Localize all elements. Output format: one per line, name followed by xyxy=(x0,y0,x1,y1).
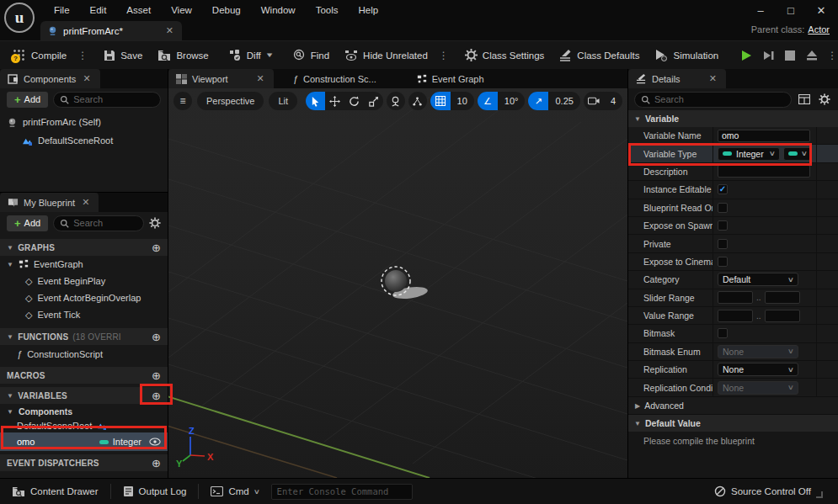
rotate-tool-button[interactable] xyxy=(344,92,364,110)
advanced-expander[interactable]: ▶ Advanced xyxy=(628,397,838,415)
replication-condition-dropdown[interactable]: None ∨ xyxy=(718,381,798,395)
select-tool-button[interactable] xyxy=(306,92,325,110)
bitmask-enum-dropdown[interactable]: None ∨ xyxy=(718,345,798,358)
details-search[interactable] xyxy=(634,92,792,108)
unreal-logo-icon[interactable]: u xyxy=(4,3,35,33)
slider-range-max-field[interactable] xyxy=(765,291,800,304)
asset-tab-printfromarc[interactable]: printFromArc* ✕ xyxy=(40,21,182,40)
find-button[interactable]: Find xyxy=(286,44,337,67)
rotation-snap-control[interactable]: ∠ 10° xyxy=(478,92,526,110)
menu-asset[interactable]: Asset xyxy=(116,0,161,21)
tab-my-blueprint[interactable]: My Blueprint ✕ xyxy=(0,193,99,212)
tab-components[interactable]: Components ✕ xyxy=(0,69,100,88)
close-icon[interactable]: ✕ xyxy=(80,197,91,208)
play-button[interactable] xyxy=(736,45,756,66)
private-checkbox[interactable]: ✓ xyxy=(718,239,728,249)
tab-details[interactable]: Details ✕ xyxy=(628,69,726,88)
scale-snap-control[interactable]: ↗ 0.25 xyxy=(528,92,579,110)
save-button[interactable]: Save xyxy=(96,44,150,67)
description-field[interactable] xyxy=(718,165,810,178)
construction-script-row[interactable]: ƒ ConstructionScript xyxy=(0,345,168,363)
scale-tool-button[interactable] xyxy=(364,92,383,110)
tab-construction-script[interactable]: ƒ Construction Sc... xyxy=(286,69,384,88)
view-mode-selector[interactable]: Lit xyxy=(269,92,297,110)
eventgraph-row[interactable]: ▼ EventGraph xyxy=(0,256,168,273)
compile-button[interactable]: ? Compile xyxy=(5,44,74,67)
add-component-button[interactable]: +Add xyxy=(7,92,48,108)
resize-grip[interactable] xyxy=(816,491,823,498)
menu-view[interactable]: View xyxy=(161,0,202,21)
my-blueprint-search-input[interactable] xyxy=(73,218,137,228)
event-row[interactable]: ◇ Event ActorBeginOverlap xyxy=(0,289,168,306)
menu-tools[interactable]: Tools xyxy=(306,0,349,21)
hide-unrelated-button[interactable]: Hide Unrelated xyxy=(337,44,435,67)
category-dropdown[interactable]: Default ∨ xyxy=(718,273,798,286)
close-icon[interactable]: ✕ xyxy=(707,73,718,84)
expose-to-cinematics-checkbox[interactable]: ✓ xyxy=(718,257,728,267)
compile-options-icon[interactable]: ⋮ xyxy=(74,50,91,61)
section-variable[interactable]: ▼ Variable xyxy=(628,110,838,127)
move-tool-button[interactable] xyxy=(325,92,344,110)
close-icon[interactable]: ✕ xyxy=(255,73,266,84)
components-search-input[interactable] xyxy=(73,94,154,104)
play-options-icon[interactable]: ⋮ xyxy=(824,50,838,61)
value-range-min-field[interactable] xyxy=(718,310,753,322)
variables-components-group[interactable]: ▼ Components xyxy=(0,404,168,419)
content-drawer-button[interactable]: Content Drawer xyxy=(7,486,104,497)
menu-edit[interactable]: Edit xyxy=(80,0,117,21)
browse-button[interactable]: Browse xyxy=(150,44,216,67)
blueprint-read-only-checkbox[interactable]: ✓ xyxy=(718,203,728,213)
details-settings-gear-icon[interactable] xyxy=(817,92,832,107)
replication-dropdown[interactable]: None ∨ xyxy=(718,363,798,376)
output-log-button[interactable]: Output Log xyxy=(118,485,192,497)
details-search-input[interactable] xyxy=(654,94,785,104)
hide-unrelated-options-icon[interactable]: ⋮ xyxy=(435,50,452,61)
stop-button[interactable] xyxy=(780,45,800,66)
diff-button[interactable]: Diff ▼ xyxy=(222,44,280,67)
section-graphs[interactable]: ▼ GRAPHS ⊕ xyxy=(0,239,168,256)
close-button[interactable]: ✕ xyxy=(809,0,833,20)
add-dispatcher-icon[interactable]: ⊕ xyxy=(152,457,161,470)
camera-speed-control[interactable]: 4 xyxy=(584,92,622,110)
section-variables[interactable]: ▼ VARIABLES ⊕ xyxy=(0,387,168,404)
viewport-menu-icon[interactable]: ≡ xyxy=(173,92,192,110)
add-function-icon[interactable]: ⊕ xyxy=(152,331,161,343)
section-default-value[interactable]: ▼ Default Value xyxy=(628,415,838,432)
variable-omo-row[interactable]: omo Integer xyxy=(0,432,168,451)
add-variable-icon[interactable]: ⊕ xyxy=(152,390,161,402)
frame-skip-button[interactable] xyxy=(758,45,778,66)
perspective-selector[interactable]: Perspective xyxy=(197,92,264,110)
eye-icon[interactable] xyxy=(149,438,161,446)
menu-window[interactable]: Window xyxy=(251,0,306,21)
close-icon[interactable]: ✕ xyxy=(164,25,175,36)
event-row[interactable]: ◇ Event Tick xyxy=(0,306,168,323)
settings-gear-icon[interactable] xyxy=(149,217,161,229)
variable-name-field[interactable]: omo xyxy=(718,130,810,142)
console-command-input[interactable] xyxy=(271,484,413,500)
viewport-3d-area[interactable]: Z X Y ≡ Perspective Lit xyxy=(168,88,627,478)
expose-on-spawn-checkbox[interactable]: ✓ xyxy=(718,220,728,231)
class-settings-button[interactable]: Class Settings xyxy=(457,44,552,67)
menu-file[interactable]: File xyxy=(44,0,80,21)
simulation-button[interactable]: Simulation xyxy=(647,44,726,67)
event-row[interactable]: ◇ Event BeginPlay xyxy=(0,273,168,289)
instance-editable-checkbox[interactable]: ✓ xyxy=(718,184,728,194)
variable-scene-root-row[interactable]: DefaultSceneRoot xyxy=(0,419,168,432)
display-filter-icon[interactable] xyxy=(797,92,812,107)
eject-button[interactable] xyxy=(802,45,822,66)
section-functions[interactable]: ▼ FUNCTIONS (18 OVERRI ⊕ xyxy=(0,328,168,345)
component-row-scene-root[interactable]: DefaultSceneRoot xyxy=(0,131,168,150)
add-macro-icon[interactable]: ⊕ xyxy=(152,369,161,382)
grid-snap-control[interactable]: 10 xyxy=(430,92,474,110)
parent-class-link[interactable]: Actor xyxy=(808,24,830,34)
class-defaults-button[interactable]: Class Defaults xyxy=(552,44,647,67)
add-graph-icon[interactable]: ⊕ xyxy=(152,241,161,254)
bitmask-checkbox[interactable]: ✓ xyxy=(718,328,728,338)
world-local-toggle-icon[interactable] xyxy=(387,92,405,110)
container-type-dropdown[interactable]: ∨ xyxy=(783,147,812,161)
menu-help[interactable]: Help xyxy=(349,0,389,21)
slider-range-min-field[interactable] xyxy=(718,291,753,304)
component-row-self[interactable]: printFromArc (Self) xyxy=(0,113,168,131)
components-search[interactable] xyxy=(53,92,161,108)
cmd-selector[interactable]: Cmd ∨ xyxy=(205,486,264,496)
